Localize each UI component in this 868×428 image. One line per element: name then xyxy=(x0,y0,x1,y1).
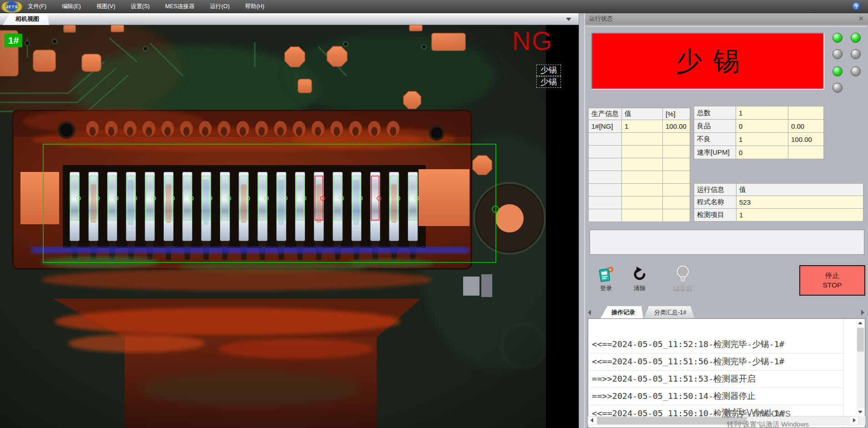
vertical-scrollbar[interactable] xyxy=(857,319,864,416)
panel-title: 运行状态 xyxy=(589,15,613,22)
cell xyxy=(622,146,663,158)
menu-item-2[interactable]: 视图(V) xyxy=(91,0,121,13)
scroll-right-icon[interactable] xyxy=(850,417,858,425)
camera-view: 1# NG 少锡少锡 xyxy=(0,25,579,428)
scroll-down-icon[interactable] xyxy=(857,408,864,416)
scroll-up-icon[interactable] xyxy=(857,319,864,327)
table-row xyxy=(589,196,690,209)
scroll-left-icon[interactable] xyxy=(588,417,596,425)
statistics-table: 总数1良品00.00不良1100.00速率[UPM]0 xyxy=(694,106,824,159)
divider xyxy=(586,26,867,27)
cell: 1 xyxy=(737,209,863,222)
log-entry-1: <<==2024-05-05_11:51:56-检测完毕-少锡-1# xyxy=(589,353,844,371)
cell: 不良 xyxy=(694,133,736,146)
scrollbar-thumb[interactable] xyxy=(857,328,864,352)
column-header: 值 xyxy=(737,184,863,196)
table-row: 程式名称523 xyxy=(694,196,863,209)
cell xyxy=(589,158,622,171)
log-tab-strip: 操作记录分类汇总-1# xyxy=(585,304,868,318)
cell: 1 xyxy=(622,120,663,133)
cell xyxy=(622,133,663,146)
stop-button[interactable]: 停止 STOP xyxy=(799,265,865,296)
led-light-button[interactable]: LED 灯 xyxy=(667,264,699,292)
cell: 良品 xyxy=(694,120,736,133)
help-icon[interactable]: ? xyxy=(852,2,861,10)
defect-alert-box: 少锡 xyxy=(591,33,824,90)
table-row: 总数1 xyxy=(694,106,824,120)
column-header: 运行信息 xyxy=(694,184,737,196)
id-badge-icon xyxy=(591,264,621,284)
menu-item-1[interactable]: 编辑(E) xyxy=(56,0,87,13)
table-header-row: 运行信息值 xyxy=(694,184,863,196)
cell: 检测项目 xyxy=(694,209,737,222)
cell xyxy=(663,171,690,184)
run-status-panel: 运行状态 ✕ 少锡 生产信息值[%]1#[NG]1100.00 总数1良品00.… xyxy=(585,13,868,428)
cell: 0 xyxy=(736,120,788,133)
inspection-result-label: NG xyxy=(512,26,553,56)
message-box xyxy=(590,230,864,255)
app-logo: JETS xyxy=(1,0,23,13)
log-tab-1[interactable]: 分类汇总-1# xyxy=(644,306,695,318)
clear-button[interactable]: 清除 xyxy=(625,264,654,292)
panel-title-bar: 运行状态 ✕ xyxy=(585,13,868,25)
table-row: 速率[UPM]0 xyxy=(694,146,824,159)
status-led xyxy=(833,33,843,43)
chevron-down-icon[interactable] xyxy=(566,18,571,21)
panel-splitter[interactable] xyxy=(579,13,585,428)
menu-item-6[interactable]: 帮助(H) xyxy=(239,0,270,13)
cell: 100.00 xyxy=(788,133,824,146)
status-led xyxy=(833,49,843,59)
status-led xyxy=(851,66,861,76)
cell: 0.00 xyxy=(788,120,824,133)
cell: 523 xyxy=(737,196,863,209)
menu-item-4[interactable]: MES连接器 xyxy=(159,0,201,13)
cell xyxy=(589,196,622,209)
menu-item-3[interactable]: 设置(S) xyxy=(125,0,156,13)
close-icon[interactable]: ✕ xyxy=(858,13,864,25)
tab-camera-view[interactable]: 相机视图 xyxy=(3,13,49,25)
clear-label: 清除 xyxy=(625,284,654,292)
defect-label-1: 少锡 xyxy=(536,76,561,88)
log-tab-0[interactable]: 操作记录 xyxy=(601,306,643,318)
log-entry-0: <<==2024-05-05_11:52:18-检测完毕-少锡-1# xyxy=(589,336,844,353)
cell xyxy=(622,209,663,222)
column-header: 生产信息 xyxy=(589,108,622,120)
cell: 1 xyxy=(736,106,788,120)
camera-tab-bar: 相机视图 xyxy=(0,13,579,25)
windows-activation-watermark: 激活 Windows xyxy=(722,406,791,420)
stop-label-en: STOP xyxy=(800,281,864,290)
status-led xyxy=(851,33,861,43)
table-row: 检测项目1 xyxy=(694,209,863,222)
tab-scroll-left-icon[interactable] xyxy=(588,310,591,315)
table-row xyxy=(589,184,690,196)
status-led xyxy=(833,83,843,93)
bulb-icon xyxy=(667,264,699,284)
menu-bar: JETS 文件(F)编辑(E)视图(V)设置(S)MES连接器运行(O)帮助(H… xyxy=(0,0,868,13)
cell xyxy=(622,196,663,209)
cell: 0 xyxy=(736,146,788,159)
cell xyxy=(663,209,690,222)
column-header: 值 xyxy=(622,108,663,120)
login-label: 登录 xyxy=(591,284,621,292)
log-entry-2: ==>>2024-05-05_11:51:53-检测器开启 xyxy=(589,371,844,388)
status-led xyxy=(833,66,843,76)
table-header-row: 生产信息值[%] xyxy=(589,108,690,120)
cell xyxy=(788,106,824,120)
table-row: 良品00.00 xyxy=(694,120,824,133)
cell xyxy=(663,158,690,171)
login-button[interactable]: 登录 xyxy=(591,264,621,292)
menu-item-0[interactable]: 文件(F) xyxy=(22,0,52,13)
cell xyxy=(622,184,663,196)
tab-scroll-right-icon[interactable] xyxy=(861,310,864,315)
led-light-label: LED 灯 xyxy=(667,284,699,292)
cell xyxy=(589,184,622,196)
cell xyxy=(589,171,622,184)
cell: 速率[UPM] xyxy=(694,146,736,159)
production-info-table: 生产信息值[%]1#[NG]1100.00 xyxy=(588,108,690,222)
defect-label-0: 少锡 xyxy=(536,65,561,76)
cell xyxy=(589,146,622,158)
column-header: [%] xyxy=(663,108,690,120)
cell: 程式名称 xyxy=(694,196,737,209)
menu-item-5[interactable]: 运行(O) xyxy=(204,0,236,13)
run-info-table: 运行信息值程式名称523检测项目1 xyxy=(694,183,863,222)
